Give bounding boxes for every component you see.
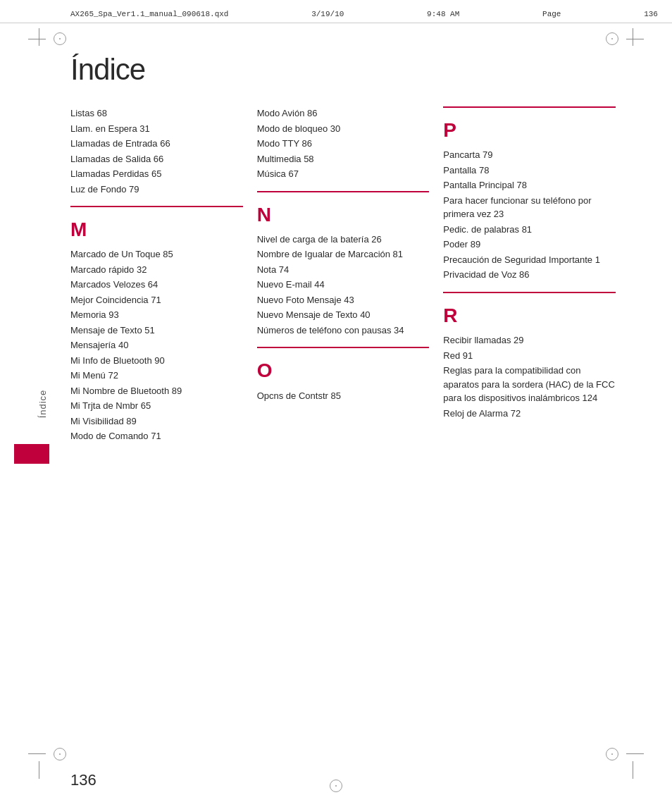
list-item: Pantalla Principal 78 — [443, 178, 616, 192]
list-item: Números de teléfono con pausas 34 — [257, 324, 430, 338]
list-item: Nombre de Igualar de Marcación 81 — [257, 247, 430, 261]
section-divider-r — [443, 292, 616, 293]
header-date: 3/19/10 — [311, 10, 344, 18]
header-bar: AX265_Spa_Ver1.1_manual_090618.qxd 3/19/… — [0, 10, 672, 23]
header-page-num: 136 — [644, 10, 658, 18]
list-item: Marcado de Un Toque 85 — [70, 247, 243, 261]
list-item: Mensaje de Texto 51 — [70, 324, 243, 338]
column-3: P Pancarta 79 Pantalla 78 Pantalla Princ… — [443, 106, 616, 453]
page-number: 136 — [70, 771, 97, 789]
list-item: Llam. en Espera 31 — [70, 122, 243, 136]
main-content: Índice Listas 68 Llam. en Espera 31 Llam… — [70, 53, 616, 744]
list-item: Multimedia 58 — [257, 152, 430, 166]
side-label: Índice — [37, 389, 48, 418]
list-item: Mi Trjta de Nmbr 65 — [70, 399, 243, 413]
section-divider-o — [257, 347, 430, 348]
header-filename: AX265_Spa_Ver1.1_manual_090618.qxd — [70, 10, 228, 18]
list-item: Opcns de Contstr 85 — [257, 389, 430, 403]
header-page-label: Page — [542, 10, 561, 18]
crop-mark — [39, 28, 39, 46]
list-item: Pancarta 79 — [443, 148, 616, 162]
section-n-entries: Nivel de carga de la batería 26 Nombre d… — [257, 233, 430, 338]
section-letter-n: N — [257, 199, 430, 230]
list-item: Marcado rápido 32 — [70, 263, 243, 277]
section-r-entries: Recibir llamadas 29 Red 91 Reglas para l… — [443, 333, 616, 420]
reg-mark-bm — [329, 779, 343, 793]
list-item: Modo TTY 86 — [257, 137, 430, 151]
list-item: Recibir llamadas 29 — [443, 333, 616, 347]
list-item: Precaución de Seguridad Importante 1 — [443, 253, 616, 267]
section-p-entries: Pancarta 79 Pantalla 78 Pantalla Princip… — [443, 148, 616, 282]
crop-mark — [28, 753, 46, 754]
list-item: Mejor Coincidencia 71 — [70, 293, 243, 307]
side-tab — [14, 444, 49, 464]
page-title: Índice — [70, 53, 616, 87]
list-item: Red 91 — [443, 349, 616, 363]
list-item: Mi Menú 72 — [70, 369, 243, 383]
list-item: Reloj de Alarma 72 — [443, 407, 616, 421]
section-letter-o: O — [257, 355, 430, 386]
list-item: Llamadas de Entrada 66 — [70, 137, 243, 151]
list-item: Nuevo Foto Mensaje 43 — [257, 293, 430, 307]
list-item: Mi Nombre de Bluetooth 89 — [70, 384, 243, 398]
section-divider-m — [70, 206, 243, 207]
list-item: Llamadas de Salida 66 — [70, 152, 243, 166]
section-m-entries: Marcado de Un Toque 85 Marcado rápido 32… — [70, 247, 243, 443]
list-item: Listas 68 — [70, 106, 243, 121]
entries-before-section-col1: Listas 68 Llam. en Espera 31 Llamadas de… — [70, 106, 243, 196]
crop-mark — [633, 28, 633, 46]
section-letter-p: P — [443, 115, 616, 145]
page-container: AX265_Spa_Ver1.1_manual_090618.qxd 3/19/… — [0, 0, 672, 807]
section-o-entries: Opcns de Contstr 85 — [257, 389, 430, 403]
section-letter-m: M — [70, 214, 243, 245]
header-time: 9:48 AM — [427, 10, 459, 18]
list-item: Modo de bloqueo 30 — [257, 122, 430, 136]
list-item: Memoria 93 — [70, 308, 243, 322]
list-item: Marcados Velozes 64 — [70, 278, 243, 292]
list-item: Modo Avión 86 — [257, 106, 430, 121]
list-item: Modo de Comando 71 — [70, 429, 243, 443]
list-item: Nuevo Mensaje de Texto 40 — [257, 308, 430, 322]
crop-mark — [626, 753, 644, 754]
list-item: Mensajería 40 — [70, 338, 243, 352]
list-item: Mi Info de Bluetooth 90 — [70, 354, 243, 368]
section-letter-r: R — [443, 300, 616, 331]
list-item: Mi Visibilidad 89 — [70, 414, 243, 429]
list-item: Nota 74 — [257, 263, 430, 277]
list-item: Reglas para la compatibilidad con aparat… — [443, 364, 616, 405]
list-item: Luz de Fondo 79 — [70, 183, 243, 197]
crop-mark — [39, 761, 39, 779]
section-divider-p — [443, 106, 616, 108]
section-m-cont-entries: Modo Avión 86 Modo de bloqueo 30 Modo TT… — [257, 106, 430, 181]
section-divider-n — [257, 191, 430, 192]
column-1: Listas 68 Llam. en Espera 31 Llamadas de… — [70, 106, 257, 453]
crop-mark — [28, 39, 46, 39]
reg-mark-tr — [605, 32, 619, 46]
list-item: Pedic. de palabras 81 — [443, 223, 616, 237]
columns-container: Listas 68 Llam. en Espera 31 Llamadas de… — [70, 106, 616, 453]
list-item: Llamadas Perdidas 65 — [70, 167, 243, 181]
list-item: Nuevo E-mail 44 — [257, 278, 430, 292]
reg-mark-tl — [53, 32, 67, 46]
list-item: Música 67 — [257, 167, 430, 181]
list-item: Pantalla 78 — [443, 164, 616, 178]
column-2: Modo Avión 86 Modo de bloqueo 30 Modo TT… — [257, 106, 444, 453]
list-item: Poder 89 — [443, 238, 616, 252]
list-item: Para hacer funcionar su teléfono por pri… — [443, 194, 616, 221]
crop-mark — [633, 761, 633, 779]
reg-mark-br — [605, 747, 619, 761]
list-item: Nivel de carga de la batería 26 — [257, 233, 430, 247]
list-item: Privacidad de Voz 86 — [443, 268, 616, 282]
crop-mark — [626, 39, 644, 39]
reg-mark-bl — [53, 747, 67, 761]
